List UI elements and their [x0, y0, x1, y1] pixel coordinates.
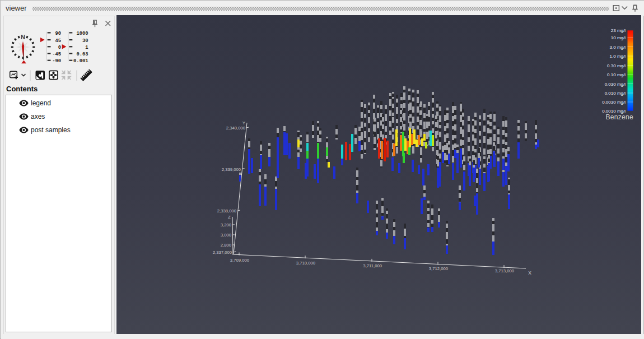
- svg-text:1: 1: [85, 45, 88, 50]
- svg-text:0.001: 0.001: [73, 58, 88, 64]
- svg-text:90: 90: [55, 31, 61, 36]
- svg-text:-45: -45: [52, 52, 61, 57]
- svg-text:2,339,000: 2,339,000: [222, 167, 241, 172]
- svg-text:1.0 mg/l: 1.0 mg/l: [610, 54, 626, 59]
- svg-text:0.030 mg/l: 0.030 mg/l: [605, 82, 626, 87]
- svg-text:Z: Z: [228, 215, 231, 220]
- svg-text:0.0030 mg/l: 0.0030 mg/l: [602, 100, 626, 105]
- svg-text:3,713,000: 3,713,000: [495, 268, 514, 273]
- svg-text:0: 0: [58, 45, 61, 50]
- svg-text:Y: Y: [242, 120, 246, 126]
- svg-text:2,338,000: 2,338,000: [217, 208, 236, 213]
- svg-text:0.30 mg/l: 0.30 mg/l: [607, 63, 626, 68]
- svg-text:2,340,000: 2,340,000: [226, 126, 245, 131]
- svg-text:N: N: [21, 34, 25, 40]
- svg-text:2,800: 2,800: [221, 243, 231, 248]
- svg-text:3,200: 3,200: [221, 222, 231, 227]
- svg-text:30: 30: [82, 38, 88, 44]
- svg-text:3,712,000: 3,712,000: [429, 266, 448, 271]
- svg-text:3,710,000: 3,710,000: [296, 261, 315, 266]
- svg-text:10 mg/l: 10 mg/l: [611, 35, 626, 40]
- svg-text:23 mg/l: 23 mg/l: [611, 28, 626, 33]
- svg-text:0.10 mg/l: 0.10 mg/l: [607, 72, 626, 77]
- svg-text:1000: 1000: [76, 31, 88, 36]
- svg-text:3,709,000: 3,709,000: [230, 258, 249, 263]
- svg-text:0.03: 0.03: [76, 52, 88, 57]
- svg-text:45: 45: [55, 38, 61, 44]
- svg-text:X: X: [528, 270, 531, 276]
- svg-text:3.0 mg/l: 3.0 mg/l: [610, 45, 626, 50]
- svg-text:3,711,000: 3,711,000: [363, 263, 382, 268]
- svg-text:-90: -90: [52, 58, 61, 64]
- svg-text:2,337,000: 2,337,000: [213, 250, 232, 255]
- svg-text:0.010 mg/l: 0.010 mg/l: [605, 91, 626, 96]
- svg-text:3,000: 3,000: [221, 233, 231, 238]
- svg-text:Benzene: Benzene: [605, 113, 633, 121]
